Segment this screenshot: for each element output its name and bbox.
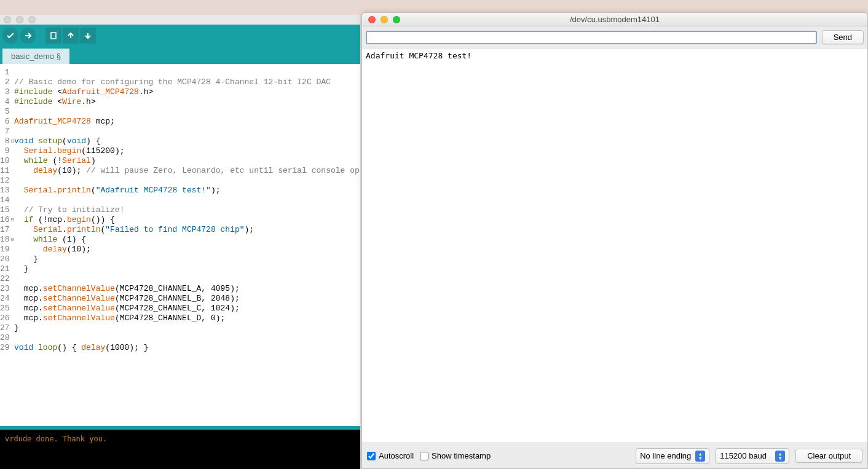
- close-icon[interactable]: [368, 16, 376, 23]
- line-number: 2: [0, 77, 10, 87]
- line-number: 29: [0, 343, 10, 353]
- code-line[interactable]: #include <Wire.h>: [14, 97, 360, 107]
- line-number: 22: [0, 274, 10, 284]
- arrow-right-icon: [23, 31, 32, 40]
- baud-value: 115200 baud: [720, 451, 767, 460]
- output-text: vrdude done. Thank you.: [5, 435, 107, 443]
- line-ending-select[interactable]: No line ending ▲▼: [636, 448, 709, 464]
- line-number: 14: [0, 195, 10, 205]
- verify-button[interactable]: [2, 28, 18, 44]
- autoscroll-checkbox-wrap[interactable]: Autoscroll: [367, 451, 414, 460]
- code-line[interactable]: [14, 68, 360, 77]
- line-number: 6: [0, 117, 10, 127]
- code-line[interactable]: Adafruit_MCP4728 mcp;: [14, 117, 360, 127]
- code-line[interactable]: delay(10);: [14, 245, 360, 254]
- chevron-updown-icon: ▲▼: [695, 451, 705, 462]
- open-button[interactable]: [63, 28, 79, 44]
- code-editor[interactable]: 1234567891011121314151617181920212223242…: [0, 64, 360, 426]
- code-line[interactable]: [14, 333, 360, 343]
- line-number: 15: [0, 205, 10, 215]
- close-icon[interactable]: [4, 16, 11, 23]
- timestamp-checkbox-wrap[interactable]: Show timestamp: [420, 451, 491, 460]
- code-line[interactable]: [14, 127, 360, 136]
- line-number: 5: [0, 107, 10, 117]
- check-icon: [6, 31, 15, 40]
- code-line[interactable]: // Basic demo for configuring the MCP472…: [14, 77, 360, 87]
- code-line[interactable]: mcp.setChannelValue(MCP4728_CHANNEL_B, 2…: [14, 294, 360, 304]
- line-number: 24: [0, 294, 10, 304]
- maximize-icon[interactable]: [393, 16, 400, 23]
- code-line[interactable]: Serial.println("Adafruit MCP4728 test!")…: [14, 186, 360, 195]
- code-line[interactable]: if (!mcp.begin()) {: [14, 215, 360, 225]
- code-line[interactable]: }: [14, 254, 360, 264]
- serial-output[interactable]: Adafruit MCP4728 test!: [362, 48, 867, 443]
- line-number: 20: [0, 254, 10, 264]
- maximize-icon[interactable]: [28, 16, 36, 23]
- line-number: 4: [0, 97, 10, 107]
- line-number: 10: [0, 156, 10, 166]
- line-number: 18: [0, 235, 10, 245]
- arduino-ide-window: basic_demo § 123456789101112131415161718…: [0, 15, 360, 469]
- line-ending-value: No line ending: [640, 451, 691, 460]
- line-number: 28: [0, 333, 10, 343]
- line-number: 8: [0, 136, 10, 146]
- line-number: 11: [0, 166, 10, 176]
- serial-monitor-window: /dev/cu.usbmodem14101 Send Adafruit MCP4…: [361, 12, 868, 469]
- output-panel: vrdude done. Thank you.: [0, 426, 360, 469]
- code-line[interactable]: while (!Serial): [14, 156, 360, 166]
- code-line[interactable]: [14, 107, 360, 117]
- baud-select[interactable]: 115200 baud ▲▼: [716, 448, 789, 464]
- code-line[interactable]: void setup(void) {: [14, 136, 360, 146]
- code-line[interactable]: [14, 274, 360, 284]
- arduino-titlebar: [0, 15, 360, 25]
- line-number: 17: [0, 225, 10, 235]
- save-button[interactable]: [80, 28, 96, 44]
- line-number: 13: [0, 186, 10, 195]
- code-line[interactable]: Serial.begin(115200);: [14, 146, 360, 156]
- arrow-down-icon: [84, 31, 92, 40]
- code-line[interactable]: // Try to initialize!: [14, 205, 360, 215]
- clear-output-button[interactable]: Clear output: [795, 449, 862, 463]
- code-line[interactable]: }: [14, 323, 360, 333]
- line-number-gutter: 1234567891011121314151617181920212223242…: [0, 64, 11, 426]
- serial-titlebar: /dev/cu.usbmodem14101: [362, 13, 867, 26]
- line-number: 1: [0, 68, 10, 77]
- line-number: 19: [0, 245, 10, 254]
- line-number: 7: [0, 127, 10, 136]
- code-line[interactable]: [14, 176, 360, 186]
- upload-button[interactable]: [20, 28, 36, 44]
- autoscroll-checkbox[interactable]: [367, 452, 376, 460]
- code-line[interactable]: [14, 195, 360, 205]
- line-number: 25: [0, 304, 10, 313]
- send-button[interactable]: Send: [822, 30, 864, 44]
- line-number: 3: [0, 87, 10, 97]
- line-number: 12: [0, 176, 10, 186]
- line-number: 16: [0, 215, 10, 225]
- arduino-toolbar: [0, 25, 360, 47]
- serial-window-title: /dev/cu.usbmodem14101: [362, 15, 867, 24]
- serial-footer: Autoscroll Show timestamp No line ending…: [362, 443, 867, 468]
- code-line[interactable]: while (1) {: [14, 235, 360, 245]
- serial-input-row: Send: [362, 26, 867, 48]
- new-button[interactable]: [45, 28, 61, 44]
- code-line[interactable]: void loop() { delay(1000); }: [14, 343, 360, 353]
- serial-input[interactable]: [366, 31, 817, 44]
- line-number: 27: [0, 323, 10, 333]
- code-line[interactable]: #include <Adafruit_MCP4728.h>: [14, 87, 360, 97]
- code-line[interactable]: delay(10); // will pause Zero, Leonardo,…: [14, 166, 360, 176]
- line-number: 23: [0, 284, 10, 294]
- code-line[interactable]: mcp.setChannelValue(MCP4728_CHANNEL_D, 0…: [14, 313, 360, 323]
- tab-basic-demo[interactable]: basic_demo §: [2, 49, 69, 64]
- line-number: 9: [0, 146, 10, 156]
- code-content[interactable]: // Basic demo for configuring the MCP472…: [14, 64, 360, 426]
- file-icon: [49, 31, 58, 40]
- svg-rect-0: [51, 33, 56, 39]
- code-line[interactable]: }: [14, 264, 360, 274]
- code-line[interactable]: mcp.setChannelValue(MCP4728_CHANNEL_A, 4…: [14, 284, 360, 294]
- serial-output-line: Adafruit MCP4728 test!: [366, 51, 471, 60]
- minimize-icon[interactable]: [16, 16, 23, 23]
- timestamp-checkbox[interactable]: [420, 452, 428, 460]
- minimize-icon[interactable]: [381, 16, 388, 23]
- code-line[interactable]: mcp.setChannelValue(MCP4728_CHANNEL_C, 1…: [14, 304, 360, 313]
- code-line[interactable]: Serial.println("Failed to find MCP4728 c…: [14, 225, 360, 235]
